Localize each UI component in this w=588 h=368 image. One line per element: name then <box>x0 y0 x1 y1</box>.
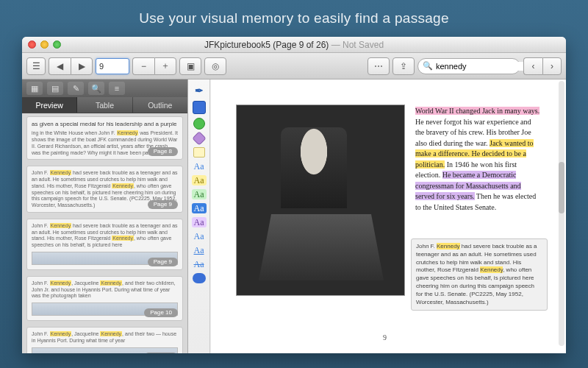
page-number-label: 9 <box>218 333 551 342</box>
sidebar-toggle-button[interactable]: ☰ <box>26 57 46 75</box>
title-status: — Not Saved <box>329 40 384 50</box>
search-field[interactable]: 🔍 <box>417 58 520 74</box>
page-number-input[interactable] <box>96 58 129 74</box>
pen-tool-icon[interactable]: ✒ <box>193 84 206 97</box>
view-mode-button[interactable]: ▣ <box>179 57 201 75</box>
result-cards[interactable]: as given a special medal for his leaders… <box>22 113 187 353</box>
page-pill: Page 8 <box>148 147 178 156</box>
annotations-icon[interactable]: ▤ <box>47 82 63 95</box>
title-main: JFKpicturebook5 (Page 9 of 26) <box>204 40 329 50</box>
share-button[interactable]: ⇪ <box>392 57 415 75</box>
result-card[interactable]: John F. Kennedy, Jacqueline Kennedy, and… <box>26 276 183 321</box>
diamond-tool-icon[interactable] <box>192 131 207 146</box>
page-pill: Page 10 <box>144 353 178 353</box>
prev-page-button[interactable]: ◀ <box>49 57 71 75</box>
link-tool-icon[interactable] <box>193 273 206 283</box>
page-pill: Page 9 <box>148 200 178 209</box>
note-tool-icon[interactable] <box>193 147 205 158</box>
window-title: JFKpicturebook5 (Page 9 of 26) — Not Sav… <box>22 40 566 50</box>
main-toolbar: ☰ ◀ ▶ − ＋ ▣ ◎ ⋯ ⇪ 🔍 ‹ › <box>22 53 566 79</box>
action-button[interactable]: ⋯ <box>368 57 390 75</box>
page-pill: Page 10 <box>144 308 178 317</box>
zoom-out-button[interactable]: − <box>132 57 154 75</box>
annotation-tool-strip: ✒ Aa Aa Aa Aa Aa Aa Aa Aa <box>188 79 210 353</box>
page-nav-group: ◀ ▶ <box>49 57 93 75</box>
result-card[interactable]: John F. Kennedy had severe back trouble … <box>26 219 183 270</box>
next-page-button[interactable]: ▶ <box>71 57 93 75</box>
rectangle-tool-icon[interactable] <box>193 101 206 114</box>
marketing-banner: Use your visual memory to easily find a … <box>0 0 588 34</box>
vertical-scrollbar[interactable] <box>559 81 564 346</box>
sidebar-toolbar: ▦ ▤ ✎ 🔍 ≡ <box>22 79 187 97</box>
search-next-button[interactable]: › <box>542 57 562 75</box>
highlight-yellow-tool[interactable]: Aa <box>192 175 207 185</box>
titlebar: JFKpicturebook5 (Page 9 of 26) — Not Sav… <box>22 37 566 53</box>
segment-outline[interactable]: Outline <box>133 97 187 113</box>
edit-icon[interactable]: ✎ <box>68 82 84 95</box>
search-input[interactable] <box>436 62 537 71</box>
sidebar: ▦ ▤ ✎ 🔍 ≡ Preview Table Outline as given… <box>22 79 188 353</box>
thumbnails-icon[interactable]: ▦ <box>26 82 43 95</box>
page-pill: Page 9 <box>148 258 178 266</box>
page-caption-box[interactable]: John F. Kennedy had severe back trouble … <box>411 238 548 311</box>
segment-table[interactable]: Table <box>77 97 132 113</box>
circle-tool-icon[interactable] <box>193 118 205 130</box>
list-icon[interactable]: ≡ <box>109 82 125 95</box>
text-tool[interactable]: Aa <box>192 161 207 171</box>
page-viewport[interactable]: World War II changed Jack in many ways. … <box>210 79 566 353</box>
view-fit-button[interactable]: ◎ <box>204 57 226 75</box>
page-photo <box>236 105 405 296</box>
search-prev-button[interactable]: ‹ <box>523 57 542 75</box>
zoom-group: − ＋ <box>132 57 176 75</box>
content-area: ▦ ▤ ✎ 🔍 ≡ Preview Table Outline as given… <box>22 79 566 353</box>
scrollbar-thumb[interactable] <box>559 162 564 213</box>
highlight-blue-tool[interactable]: Aa <box>192 203 207 213</box>
page-paragraph[interactable]: World War II changed Jack in many ways. … <box>415 106 540 213</box>
segment-preview[interactable]: Preview <box>22 97 77 113</box>
result-card[interactable]: John F. Kennedy had severe back trouble … <box>26 166 183 213</box>
result-card[interactable]: John F. Kennedy, Jacqueline Kennedy, and… <box>26 327 183 353</box>
search-icon: 🔍 <box>423 61 433 71</box>
result-card[interactable]: as given a special medal for his leaders… <box>26 116 183 160</box>
find-icon[interactable]: 🔍 <box>88 82 104 95</box>
strikethrough-tool[interactable]: Aa <box>192 259 207 269</box>
page-canvas: World War II changed Jack in many ways. … <box>218 84 551 346</box>
highlight-purple-tool[interactable]: Aa <box>192 217 207 227</box>
underline-tool[interactable]: Aa <box>192 245 207 255</box>
search-nav-group: ‹ › <box>523 57 562 75</box>
zoom-in-button[interactable]: ＋ <box>154 57 176 75</box>
sidebar-segments: Preview Table Outline <box>22 97 187 113</box>
app-window: JFKpicturebook5 (Page 9 of 26) — Not Sav… <box>22 37 566 353</box>
highlight-green-tool[interactable]: Aa <box>192 189 207 199</box>
text-plain-tool[interactable]: Aa <box>192 231 207 241</box>
